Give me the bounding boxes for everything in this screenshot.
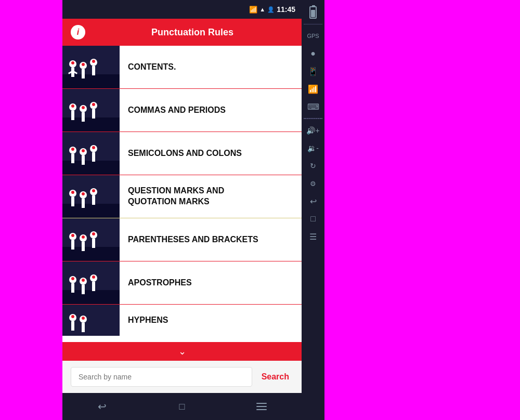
sidebar-divider — [304, 24, 322, 24]
svg-point-61 — [71, 277, 74, 280]
svg-point-64 — [82, 279, 85, 282]
svg-rect-8 — [82, 69, 85, 78]
svg-rect-22 — [92, 109, 95, 119]
list-item[interactable]: SEMICOLONS AND COLONS — [62, 132, 302, 175]
svg-point-50 — [71, 234, 74, 237]
item-thumbnail — [62, 218, 120, 261]
status-icons: 📶 ▲ 👤 11:45 — [249, 5, 295, 14]
item-label: APOSTROPHES — [120, 271, 200, 295]
svg-rect-27 — [71, 154, 74, 163]
app-title: Punctuation Rules — [92, 27, 293, 38]
info-icon[interactable]: i — [71, 25, 85, 40]
device-wrapper: 📶 ▲ 👤 11:45 i Punctuation Rules — [62, 0, 458, 420]
svg-rect-49 — [71, 240, 74, 250]
app-header: i Punctuation Rules — [62, 19, 302, 46]
svg-rect-47 — [62, 247, 120, 261]
item-thumbnail — [62, 261, 120, 304]
svg-point-34 — [92, 146, 95, 149]
svg-point-39 — [71, 191, 74, 194]
svg-point-12 — [92, 60, 95, 63]
svg-point-23 — [92, 103, 95, 106]
svg-point-6 — [71, 61, 74, 64]
sidebar-keyboard-icon[interactable]: ⌨ — [305, 98, 321, 115]
sidebar-wifi-icon[interactable]: 📶 — [305, 81, 321, 97]
item-thumbnail — [62, 305, 120, 336]
svg-rect-11 — [92, 66, 95, 75]
item-label: CONTENTS. — [120, 56, 184, 79]
svg-rect-70 — [71, 321, 74, 331]
svg-rect-60 — [71, 283, 74, 293]
list-item[interactable]: COMMAS AND PERIODS — [62, 89, 302, 132]
sidebar-battery-icon — [305, 4, 321, 21]
svg-rect-52 — [82, 242, 85, 251]
sidebar-volume-down-icon[interactable]: 🔉- — [305, 140, 321, 156]
sidebar-rotate-icon[interactable]: ↻ — [305, 158, 321, 174]
svg-rect-36 — [62, 204, 120, 218]
home-button[interactable]: □ — [172, 396, 192, 417]
nav-bar: ↩ □ — [62, 393, 302, 420]
item-label: HYPHENS — [120, 309, 176, 332]
svg-point-45 — [92, 189, 95, 192]
chevron-down-icon: ⌄ — [178, 346, 186, 357]
svg-point-67 — [92, 275, 95, 279]
svg-rect-55 — [92, 239, 95, 248]
list-item[interactable]: QUESTION MARKS ANDQUOTATION MARKS — [62, 175, 302, 218]
svg-rect-63 — [82, 285, 85, 294]
menu-icon — [256, 403, 267, 410]
person-icon: 👤 — [267, 6, 275, 13]
sidebar-divider-2 — [304, 118, 322, 119]
status-bar: 📶 ▲ 👤 11:45 — [62, 0, 302, 19]
svg-point-42 — [82, 192, 85, 195]
chevron-bar[interactable]: ⌄ — [62, 342, 302, 361]
search-button[interactable]: Search — [257, 367, 293, 387]
svg-point-28 — [71, 148, 74, 151]
svg-point-74 — [82, 317, 85, 320]
search-input[interactable] — [71, 367, 252, 387]
svg-rect-58 — [62, 290, 120, 304]
list-item[interactable]: CONTENTS. — [62, 46, 302, 89]
search-bar: Search — [62, 361, 302, 393]
item-label: QUESTION MARKS ANDQUOTATION MARKS — [120, 179, 232, 214]
sidebar-settings-icon[interactable]: ⚙ — [305, 175, 321, 192]
sidebar-volume-up-icon[interactable]: 🔊+ — [305, 122, 321, 139]
content-list: CONTENTS. — [62, 46, 302, 342]
sidebar-camera-icon[interactable]: ● — [305, 45, 321, 62]
phone-screen: 📶 ▲ 👤 11:45 i Punctuation Rules — [62, 0, 302, 420]
svg-point-53 — [82, 235, 85, 239]
svg-rect-41 — [82, 199, 85, 208]
svg-point-71 — [71, 315, 74, 318]
svg-rect-38 — [71, 197, 74, 206]
svg-point-56 — [92, 232, 95, 235]
svg-rect-66 — [92, 282, 95, 291]
list-item[interactable]: PARENTHESES AND BRACKETS — [62, 218, 302, 261]
sidebar-gps-icon[interactable]: GPS — [305, 28, 321, 44]
item-thumbnail — [62, 175, 120, 218]
menu-button[interactable] — [251, 396, 272, 417]
item-thumbnail — [62, 46, 120, 88]
svg-point-20 — [82, 106, 85, 109]
sidebar-tablet-icon[interactable]: 📱 — [305, 63, 321, 80]
svg-rect-19 — [82, 112, 85, 122]
svg-rect-1 — [62, 74, 120, 88]
wifi-icon: 📶 — [249, 6, 257, 14]
sidebar-nav-back[interactable]: ↩ — [305, 193, 321, 209]
back-button[interactable]: ↩ — [92, 396, 113, 417]
svg-rect-30 — [82, 155, 85, 165]
right-sidebar: GPS ● 📱 📶 ⌨ 🔊+ 🔉- ↻ ⚙ ↩ □ — [302, 0, 324, 420]
item-label: SEMICOLONS AND COLONS — [120, 142, 250, 165]
svg-point-9 — [82, 63, 85, 66]
item-thumbnail — [62, 132, 120, 175]
list-item[interactable]: HYPHENS — [62, 305, 302, 336]
svg-rect-33 — [92, 152, 95, 162]
svg-rect-25 — [62, 161, 120, 175]
svg-rect-73 — [82, 323, 85, 332]
item-thumbnail — [62, 89, 120, 132]
list-item[interactable]: APOSTROPHES — [62, 261, 302, 305]
item-label: COMMAS AND PERIODS — [120, 99, 234, 122]
signal-icon: ▲ — [259, 6, 265, 12]
svg-rect-16 — [71, 111, 74, 120]
item-label: PARENTHESES AND BRACKETS — [120, 228, 267, 252]
sidebar-nav-home[interactable]: □ — [305, 211, 321, 227]
sidebar-nav-menu[interactable]: ☰ — [305, 228, 321, 245]
svg-point-17 — [71, 104, 74, 108]
